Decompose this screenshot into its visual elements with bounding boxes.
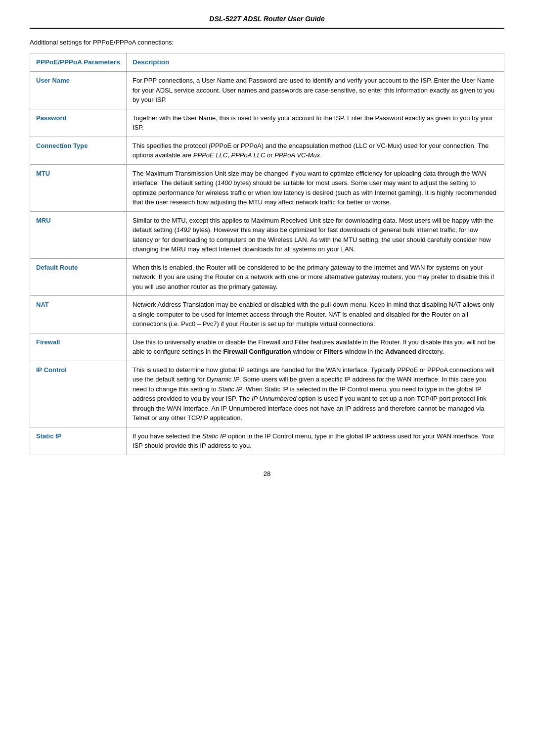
- desc-cell: Network Address Translation may be enabl…: [127, 296, 504, 333]
- desc-cell: Similar to the MTU, except this applies …: [127, 211, 504, 258]
- table-header-row: PPPoE/PPPoA Parameters Description: [30, 53, 504, 72]
- table-row: NATNetwork Address Translation may be en…: [30, 296, 504, 333]
- desc-cell: Use this to universally enable or disabl…: [127, 333, 504, 361]
- param-cell: MRU: [30, 211, 127, 258]
- col-param-header: PPPoE/PPPoA Parameters: [30, 53, 127, 72]
- table-row: MTUThe Maximum Transmission Unit size ma…: [30, 164, 504, 211]
- desc-cell: For PPP connections, a User Name and Pas…: [127, 72, 504, 109]
- param-cell: IP Control: [30, 361, 127, 427]
- table-row: Connection TypeThis specifies the protoc…: [30, 137, 504, 164]
- desc-cell: Together with the User Name, this is use…: [127, 109, 504, 137]
- param-cell: Static IP: [30, 427, 127, 455]
- param-cell: Connection Type: [30, 137, 127, 164]
- param-cell: Firewall: [30, 333, 127, 361]
- desc-cell: This specifies the protocol (PPPoE or PP…: [127, 137, 504, 164]
- intro-text: Additional settings for PPPoE/PPPoA conn…: [30, 39, 504, 46]
- param-cell: User Name: [30, 72, 127, 109]
- param-cell: NAT: [30, 296, 127, 333]
- table-row: PasswordTogether with the User Name, thi…: [30, 109, 504, 137]
- param-cell: Password: [30, 109, 127, 137]
- table-row: User NameFor PPP connections, a User Nam…: [30, 72, 504, 109]
- table-row: IP ControlThis is used to determine how …: [30, 361, 504, 427]
- parameters-table: PPPoE/PPPoA Parameters Description User …: [30, 53, 504, 455]
- param-cell: Default Route: [30, 258, 127, 296]
- desc-cell: This is used to determine how global IP …: [127, 361, 504, 427]
- col-desc-header: Description: [127, 53, 504, 72]
- page-footer: 28: [30, 470, 504, 477]
- desc-cell: When this is enabled, the Router will be…: [127, 258, 504, 296]
- param-cell: MTU: [30, 164, 127, 211]
- page-header: DSL-522T ADSL Router User Guide: [30, 15, 504, 29]
- table-row: Default RouteWhen this is enabled, the R…: [30, 258, 504, 296]
- table-row: Static IPIf you have selected the Static…: [30, 427, 504, 455]
- page-title: DSL-522T ADSL Router User Guide: [209, 15, 324, 23]
- page-container: DSL-522T ADSL Router User Guide Addition…: [0, 0, 534, 756]
- desc-cell: The Maximum Transmission Unit size may b…: [127, 164, 504, 211]
- desc-cell: If you have selected the Static IP optio…: [127, 427, 504, 455]
- table-row: MRUSimilar to the MTU, except this appli…: [30, 211, 504, 258]
- table-row: FirewallUse this to universally enable o…: [30, 333, 504, 361]
- page-number: 28: [264, 470, 270, 477]
